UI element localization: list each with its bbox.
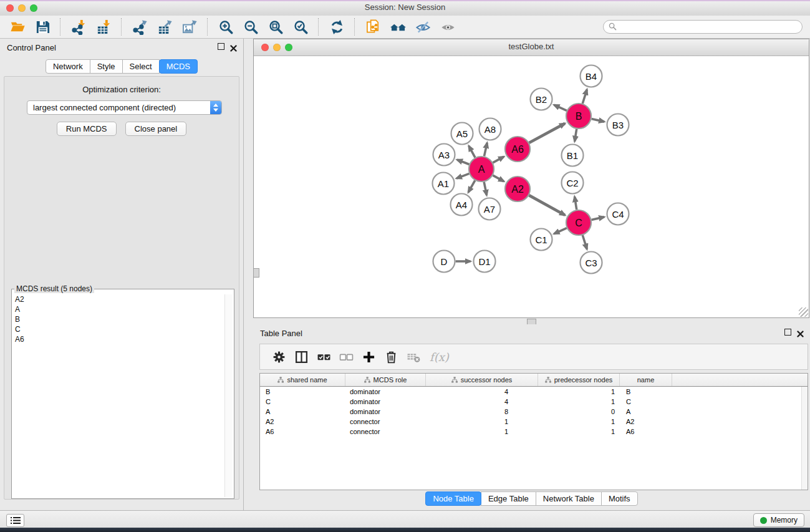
- table-row[interactable]: Cdominator41C: [260, 397, 808, 407]
- graph-edge-C-C1[interactable]: [554, 228, 567, 234]
- result-item[interactable]: A2: [13, 294, 224, 304]
- graph-edge-A-A3[interactable]: [457, 160, 469, 164]
- graph-edge-A2-C[interactable]: [529, 195, 565, 215]
- tab-style[interactable]: Style: [90, 59, 123, 74]
- network-window-titlebar[interactable]: testGlobe.txt: [254, 39, 809, 56]
- graph-edge-A-A8[interactable]: [484, 143, 487, 157]
- graph-node-B1[interactable]: [562, 145, 584, 167]
- result-item[interactable]: C: [13, 324, 224, 334]
- result-list-scrollbar[interactable]: [224, 294, 233, 497]
- float-panel-icon[interactable]: [218, 43, 224, 50]
- zoom-in-icon[interactable]: [216, 18, 235, 36]
- graph-node-D1[interactable]: [474, 251, 496, 273]
- graph-node-B[interactable]: [566, 104, 591, 128]
- settings-icon[interactable]: [268, 347, 290, 366]
- graph-node-D[interactable]: [433, 251, 455, 273]
- table-row[interactable]: Bdominator41B: [260, 387, 808, 397]
- deselect-all-icon[interactable]: [335, 347, 357, 366]
- export-image-icon[interactable]: [180, 18, 199, 36]
- show-details-icon[interactable]: [438, 18, 457, 36]
- table-scrollbar[interactable]: [801, 387, 808, 490]
- graph-edge-A-A6[interactable]: [493, 157, 504, 163]
- tab-mcds[interactable]: MCDS: [159, 59, 198, 74]
- graph-node-C2[interactable]: [562, 172, 584, 194]
- close-table-panel-icon[interactable]: [797, 329, 804, 336]
- open-session-icon[interactable]: [8, 18, 27, 36]
- graph-edge-A-A2[interactable]: [493, 175, 504, 181]
- result-item[interactable]: A6: [13, 334, 224, 344]
- zoom-out-icon[interactable]: [241, 18, 260, 36]
- run-mcds-button[interactable]: Run MCDS: [57, 122, 117, 136]
- result-item[interactable]: A: [13, 304, 224, 314]
- duplicate-network-icon[interactable]: [364, 18, 382, 36]
- graph-node-A7[interactable]: [479, 198, 501, 220]
- graph-node-B4[interactable]: [581, 65, 602, 87]
- window-resize-grip[interactable]: [799, 307, 808, 317]
- canvas-left-splitter-handle[interactable]: [253, 268, 259, 278]
- graph-edge-A6-B[interactable]: [529, 123, 565, 143]
- function-builder-icon[interactable]: f(x): [430, 351, 449, 364]
- save-session-icon[interactable]: [33, 18, 52, 36]
- graph-node-C4[interactable]: [607, 203, 629, 225]
- table-row[interactable]: A2connector11A2: [260, 417, 808, 427]
- export-table-icon[interactable]: [155, 18, 174, 36]
- tab-edge-table[interactable]: Edge Table: [481, 491, 536, 506]
- graph-edge-B-B2[interactable]: [554, 105, 567, 110]
- column-header-MCDS-role[interactable]: MCDS role: [345, 374, 426, 386]
- graph-node-A2[interactable]: [505, 177, 530, 201]
- memory-button[interactable]: Memory: [753, 513, 804, 527]
- zoom-fit-icon[interactable]: [266, 18, 285, 36]
- column-header-shared-name[interactable]: shared name: [260, 374, 345, 386]
- export-network-icon[interactable]: [130, 18, 149, 36]
- tab-select[interactable]: Select: [122, 59, 160, 74]
- graph-edge-B-B3[interactable]: [591, 119, 604, 122]
- add-row-icon[interactable]: [357, 347, 380, 366]
- delete-table-icon[interactable]: [402, 347, 425, 366]
- table-row[interactable]: Adominator80A: [260, 407, 808, 417]
- tab-network-table[interactable]: Network Table: [536, 491, 602, 506]
- criterion-select[interactable]: largest connected component (directed): [27, 100, 222, 115]
- import-network-icon[interactable]: [69, 18, 88, 36]
- graph-edge-C-C4[interactable]: [591, 217, 604, 220]
- home-icon[interactable]: [388, 18, 407, 36]
- column-header-successor-nodes[interactable]: successor nodes: [426, 374, 538, 386]
- search-input[interactable]: [603, 20, 803, 34]
- graph-node-A1[interactable]: [433, 173, 455, 195]
- result-item[interactable]: B: [13, 314, 224, 324]
- graph-edge-B-B1[interactable]: [575, 129, 577, 142]
- column-header-predecessor-nodes[interactable]: predecessor nodes: [538, 374, 620, 386]
- task-history-button[interactable]: [6, 514, 24, 527]
- column-header-name[interactable]: name: [620, 374, 672, 386]
- tab-node-table[interactable]: Node Table: [425, 491, 481, 506]
- graph-node-A6[interactable]: [505, 137, 530, 162]
- graph-node-A3[interactable]: [433, 144, 455, 166]
- graph-edge-A-A7[interactable]: [484, 182, 486, 195]
- show-columns-icon[interactable]: [290, 347, 312, 366]
- graph-edge-A-A5[interactable]: [469, 146, 475, 158]
- graph-node-C3[interactable]: [581, 252, 602, 274]
- graph-edge-C-C2[interactable]: [574, 196, 576, 210]
- select-all-icon[interactable]: [312, 347, 335, 366]
- graph-node-A8[interactable]: [480, 118, 501, 140]
- graph-node-A5[interactable]: [451, 123, 473, 145]
- hide-details-icon[interactable]: [413, 18, 432, 36]
- graph-node-C1[interactable]: [531, 229, 552, 251]
- graph-edge-A-A1[interactable]: [456, 173, 469, 178]
- graph-node-B3[interactable]: [607, 114, 629, 136]
- graph-edge-B-B4[interactable]: [582, 89, 587, 103]
- graph-node-A[interactable]: [469, 157, 494, 181]
- table-row[interactable]: A6connector11A6: [260, 427, 808, 437]
- close-panel-button[interactable]: Close panel: [125, 122, 187, 136]
- graph-node-A4[interactable]: [451, 194, 473, 216]
- import-table-icon[interactable]: [94, 18, 113, 36]
- tab-network[interactable]: Network: [46, 59, 90, 74]
- graph-node-B2[interactable]: [531, 89, 552, 110]
- delete-row-icon[interactable]: [380, 347, 402, 366]
- float-table-panel-icon[interactable]: [784, 329, 791, 336]
- network-canvas[interactable]: B4B2BB3A8A5A6A3B1AC2A1A2A4A7C4CC1DD1C3: [254, 56, 809, 317]
- tab-motifs[interactable]: Motifs: [601, 491, 638, 506]
- graph-edge-A-A4[interactable]: [468, 180, 475, 192]
- graph-node-C[interactable]: [566, 210, 591, 235]
- zoom-selected-icon[interactable]: [291, 18, 310, 36]
- refresh-icon[interactable]: [327, 18, 346, 36]
